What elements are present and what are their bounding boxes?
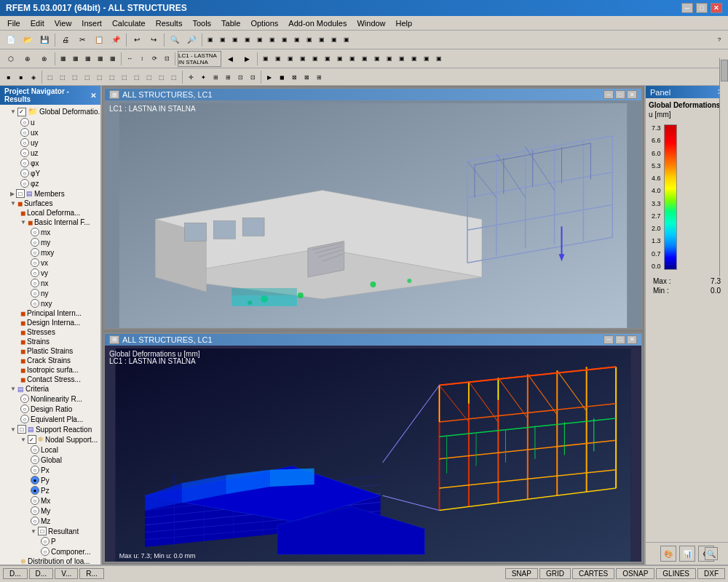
nav-tab-r[interactable]: R... [79,568,104,579]
tree-support-reactions[interactable]: ▼ □ ▤ Support Reaction [0,424,100,434]
tree-radio[interactable]: ○ [20,169,29,178]
tb2-b10[interactable]: ↕ [136,51,148,67]
close-button[interactable]: ✕ [711,3,722,13]
tree-local[interactable]: ○ Local [0,445,100,455]
tb3-b3[interactable]: ◈ [28,69,39,85]
tree-radio[interactable]: ○ [20,415,29,423]
view-top-max[interactable]: □ [615,90,625,99]
tree-radio[interactable]: ○ [31,289,39,298]
panel-icon-2[interactable]: 📊 [679,546,695,562]
tb3-b23[interactable]: ⊠ [288,69,300,85]
view-top-close[interactable]: ✕ [627,90,637,99]
tb2-b1[interactable]: ⬡ [3,51,19,67]
tree-members[interactable]: ▶ □ ▤ Members [0,188,100,199]
tree-radio[interactable]: ○ [31,506,39,515]
tb2-b11[interactable]: ⟳ [149,51,160,67]
tree-resultant[interactable]: ▼ □ Resultant [0,526,100,536]
tb2-b2[interactable]: ⊕ [20,51,36,67]
tb3-b1[interactable]: ■ [3,69,15,85]
tb2-b27[interactable]: ▣ [433,51,445,67]
tree-ny[interactable]: ○ ny [0,288,100,298]
tree-radio[interactable]: ○ [20,118,29,127]
tree-design-ratio[interactable]: ○ Design Ratio [0,404,100,414]
tb-cut[interactable]: ✂ [74,32,90,48]
menu-file[interactable]: File [3,18,25,28]
tb3-b22[interactable]: ◼ [276,69,288,85]
tb3-b15[interactable]: ✛ [185,69,197,85]
tb-open[interactable]: 📂 [20,32,36,48]
tree-radio[interactable]: ○ [31,445,39,454]
tb-b6[interactable]: ▣ [266,32,278,48]
tree-mx[interactable]: ○ mx [0,227,100,237]
tree-radio[interactable]: ○ [31,496,39,505]
tree-radio[interactable]: ○ [20,179,29,188]
status-dxf[interactable]: DXF [697,568,725,579]
tb-help[interactable]: ? [713,32,725,48]
tree-equivalent[interactable]: ○ Equivalent Pla... [0,414,100,424]
view-bottom-panel[interactable]: ⊞ ALL STRUCTURES, LC1 ─ □ ✕ Global Defor… [103,332,643,563]
tree-p[interactable]: ○ P [0,536,100,546]
tree-radio[interactable]: ● [31,476,39,485]
tree-uz[interactable]: ○ uz [0,148,100,158]
tree-nonlinearity[interactable]: ○ Nonlinearity R... [0,394,100,404]
tree-radio[interactable]: ○ [31,238,39,247]
tb2-nav-next[interactable]: ▶ [239,51,255,67]
tb2-b7[interactable]: ▦ [95,51,106,67]
menu-insert[interactable]: Insert [77,18,106,28]
tb2-b15[interactable]: ▣ [285,51,296,67]
tb-search[interactable]: 🔍 [167,32,183,48]
tb-b7[interactable]: ▣ [279,32,290,48]
tb2-b20[interactable]: ▣ [347,51,358,67]
tree-phix[interactable]: ○ φx [0,158,100,168]
tb2-b24[interactable]: ▣ [396,51,408,67]
nav-tab-d1[interactable]: D... [3,568,28,579]
tree-crack-strains[interactable]: ◼ Crack Strains [0,356,100,365]
tb3-b2[interactable]: ■ [15,69,27,85]
tree-radio[interactable]: ○ [31,299,39,308]
tb3-b24[interactable]: ⊠ [301,69,312,85]
view-top-panel[interactable]: ⊞ ALL STRUCTURES, LC1 ─ □ ✕ LC1 : LASTNA… [103,87,643,330]
tb3-b8[interactable]: ⬚ [94,69,106,85]
tb3-b20[interactable]: ⊡ [247,69,258,85]
panel-icon-1[interactable]: 🎨 [660,546,676,562]
tree-py[interactable]: ● Py [0,475,100,485]
tb2-b3[interactable]: ⊗ [36,51,52,67]
tree-radio[interactable]: ○ [20,128,29,137]
tb-b10[interactable]: ▣ [316,32,328,48]
tree-radio[interactable]: ○ [31,268,39,277]
tb3-b11[interactable]: ⬚ [131,69,143,85]
tb2-b5[interactable]: ▦ [70,51,82,67]
tb2-b6[interactable]: ▦ [82,51,94,67]
tb-undo[interactable]: ↩ [129,32,145,48]
tb2-b19[interactable]: ▣ [334,51,346,67]
maximize-button[interactable]: □ [696,3,708,13]
scrollbar-right[interactable] [719,58,728,276]
tree-checkbox5[interactable]: □ [38,527,47,535]
tree-radio[interactable]: ○ [31,258,39,267]
tree-checkbox2[interactable]: □ [16,189,25,198]
menu-tools[interactable]: Tools [188,18,215,28]
tree-local-deforma[interactable]: ◼ Local Deforma... [0,208,100,218]
tb3-b21[interactable]: ▶ [264,69,275,85]
nav-close-button[interactable]: ✕ [90,92,96,100]
status-osnap[interactable]: OSNAP [616,568,654,579]
tb-b11[interactable]: ▣ [328,32,340,48]
tree-uy[interactable]: ○ uy [0,137,100,148]
tree-radio[interactable]: ● [31,486,39,495]
tb3-b9[interactable]: ⬚ [106,69,118,85]
tb3-b6[interactable]: ⬚ [69,69,81,85]
tb3-b17[interactable]: ⊞ [210,69,221,85]
tree-nxy[interactable]: ○ nxy [0,298,100,308]
tb3-b16[interactable]: ✦ [197,69,209,85]
tb2-b14[interactable]: ▣ [272,51,284,67]
tree-mz-sub[interactable]: ○ Mz [0,516,100,526]
tb-b12[interactable]: ▣ [341,32,352,48]
tb-b3[interactable]: ▣ [229,32,241,48]
tb2-b17[interactable]: ▣ [309,51,321,67]
tb-copy[interactable]: 📋 [91,32,107,48]
view-bottom-max[interactable]: □ [615,335,625,344]
tb2-nav-prev[interactable]: ◀ [222,51,238,67]
tb3-b10[interactable]: ⬚ [119,69,130,85]
tree-radio[interactable]: ○ [31,455,39,464]
menu-help[interactable]: Help [392,18,417,28]
